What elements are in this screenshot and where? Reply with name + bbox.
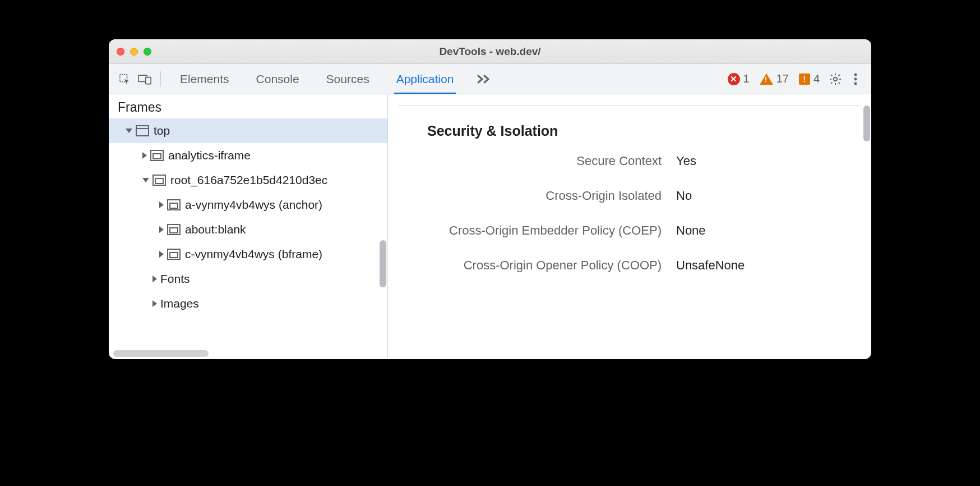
errors-count: 1: [743, 72, 750, 85]
detail-key: Secure Context: [398, 154, 662, 168]
more-options-icon[interactable]: [845, 69, 866, 89]
frames-tree: top analytics-iframe root_616a752e1b5d42…: [109, 118, 387, 359]
detail-row: Cross-Origin Embedder Policy (COEP) None: [398, 223, 861, 238]
detail-key: Cross-Origin Opener Policy (COOP): [398, 258, 662, 273]
tree-row-fonts[interactable]: Fonts: [109, 267, 387, 291]
svg-point-6: [854, 82, 857, 85]
devtools-window: DevTools - web.dev/ Elements Console Sou…: [109, 39, 871, 359]
detail-key: Cross-Origin Isolated: [398, 189, 662, 203]
detail-row: Cross-Origin Isolated No: [398, 189, 861, 203]
frame-detail: Security & Isolation Secure Context Yes …: [388, 94, 871, 359]
inspect-element-icon[interactable]: [114, 69, 135, 89]
tab-elements[interactable]: Elements: [167, 64, 243, 94]
chevron-right-icon: [152, 300, 157, 307]
sidebar-h-scrollbar[interactable]: [113, 350, 209, 357]
chevron-down-icon: [126, 129, 132, 133]
panel-body: Frames top analytics-iframe: [109, 94, 871, 359]
tree-label: root_616a752e1b5d4210d3ec: [170, 173, 327, 187]
svg-rect-10: [153, 154, 161, 159]
tree-label: Fonts: [160, 272, 190, 286]
detail-scrollbar[interactable]: [863, 106, 870, 141]
tree-label: about:blank: [185, 223, 246, 236]
tree-row-analytics-iframe[interactable]: analytics-iframe: [109, 143, 387, 168]
window-title: DevTools - web.dev/: [109, 45, 871, 58]
error-icon: ✕: [728, 73, 740, 85]
chevron-right-icon: [159, 226, 164, 233]
svg-point-3: [834, 77, 837, 80]
settings-icon[interactable]: [825, 69, 845, 89]
panel-tabs: Elements Console Sources Application: [167, 64, 467, 94]
frames-sidebar: Frames top analytics-iframe: [109, 94, 388, 359]
detail-row: Secure Context Yes: [398, 154, 861, 168]
tree-label: top: [154, 124, 170, 137]
window-frame-icon: [136, 125, 149, 136]
svg-rect-7: [136, 126, 149, 136]
issues-count: 4: [813, 72, 820, 85]
tree-row-anchor[interactable]: a-vynmy4vb4wys (anchor): [109, 192, 387, 217]
tree-row-bframe[interactable]: c-vynmy4vb4wys (bframe): [109, 242, 387, 267]
sidebar-scrollbar[interactable]: [380, 240, 386, 287]
chevron-right-icon: [159, 251, 164, 258]
svg-rect-14: [170, 203, 178, 208]
iframe-icon: [167, 249, 181, 260]
tab-console[interactable]: Console: [243, 64, 313, 94]
tree-label: c-vynmy4vb4wys (bframe): [185, 247, 322, 261]
tree-label: a-vynmy4vb4wys (anchor): [185, 198, 322, 212]
iframe-icon: [150, 150, 164, 161]
devtools-toolbar: Elements Console Sources Application ✕ 1…: [109, 64, 871, 94]
detail-key: Cross-Origin Embedder Policy (COEP): [398, 223, 662, 238]
chevron-right-icon: [159, 201, 164, 208]
detail-value: None: [676, 223, 861, 238]
svg-rect-12: [155, 178, 163, 184]
iframe-icon: [152, 175, 166, 186]
more-tabs-icon[interactable]: [471, 69, 496, 89]
device-toolbar-icon[interactable]: [135, 69, 155, 89]
warning-icon: [760, 74, 773, 85]
svg-point-5: [854, 77, 857, 80]
tree-label: Images: [160, 297, 199, 310]
tree-row-top[interactable]: top: [109, 118, 387, 143]
section-title: Security & Isolation: [427, 123, 861, 139]
svg-rect-16: [170, 228, 178, 233]
svg-rect-18: [170, 253, 178, 258]
warnings-counter[interactable]: 17: [760, 72, 789, 85]
tab-sources[interactable]: Sources: [313, 64, 383, 94]
tab-application[interactable]: Application: [383, 64, 468, 94]
detail-row: Cross-Origin Opener Policy (COOP) Unsafe…: [398, 258, 861, 273]
iframe-icon: [167, 199, 181, 210]
detail-value: UnsafeNone: [676, 258, 861, 273]
svg-rect-2: [146, 77, 151, 84]
chevron-right-icon: [142, 152, 147, 159]
iframe-icon: [167, 224, 181, 235]
warnings-count: 17: [776, 72, 789, 85]
tree-row-about-blank[interactable]: about:blank: [109, 217, 387, 242]
tree-label: analytics-iframe: [168, 149, 251, 162]
errors-counter[interactable]: ✕ 1: [728, 72, 750, 85]
detail-value: Yes: [676, 154, 861, 168]
svg-point-4: [854, 73, 857, 76]
toolbar-divider: [160, 71, 161, 87]
issue-icon: !: [799, 74, 810, 85]
titlebar: DevTools - web.dev/: [109, 39, 871, 64]
tree-row-images[interactable]: Images: [109, 291, 387, 316]
chevron-right-icon: [152, 276, 157, 282]
detail-value: No: [676, 189, 861, 203]
tree-row-root-hash[interactable]: root_616a752e1b5d4210d3ec: [109, 168, 387, 192]
status-counters: ✕ 1 17 ! 4: [728, 72, 820, 85]
sidebar-title: Frames: [109, 94, 387, 118]
issues-counter[interactable]: ! 4: [799, 72, 820, 85]
chevron-down-icon: [142, 178, 149, 182]
